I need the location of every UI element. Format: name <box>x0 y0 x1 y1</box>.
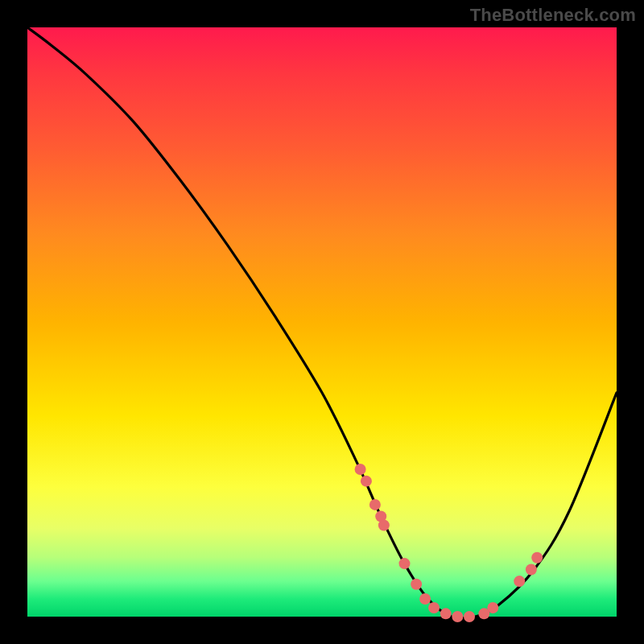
plot-area <box>27 27 617 617</box>
data-marker <box>514 576 525 587</box>
data-marker <box>531 552 543 564</box>
data-marker <box>355 464 366 475</box>
watermark-text: TheBottleneck.com <box>470 5 636 26</box>
data-marker <box>378 520 390 531</box>
data-marker <box>452 611 463 622</box>
data-marker <box>526 564 537 575</box>
data-marker <box>440 608 452 619</box>
data-marker <box>428 602 440 613</box>
bottleneck-curve <box>27 27 617 618</box>
data-marker <box>411 579 422 590</box>
chart-svg <box>27 27 617 617</box>
data-markers <box>355 464 543 622</box>
data-marker <box>398 558 410 569</box>
chart-frame: TheBottleneck.com <box>0 0 644 644</box>
data-marker <box>419 593 431 605</box>
data-marker <box>464 611 475 622</box>
data-marker <box>369 499 381 510</box>
data-marker <box>487 602 498 613</box>
data-marker <box>361 476 372 487</box>
